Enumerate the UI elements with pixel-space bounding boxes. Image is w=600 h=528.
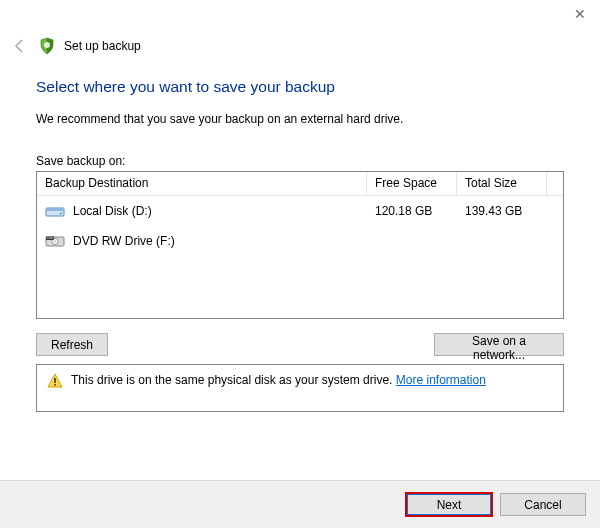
next-button[interactable]: Next [406, 493, 492, 516]
drive-name: Local Disk (D:) [73, 204, 152, 218]
backup-shield-icon [38, 37, 56, 55]
col-header-blank [547, 172, 563, 196]
save-on-label: Save backup on: [36, 154, 564, 168]
svg-point-0 [44, 42, 50, 48]
svg-text:DVD: DVD [47, 236, 54, 240]
window-title: Set up backup [64, 39, 141, 53]
recommendation-text: We recommend that you save your backup o… [36, 112, 564, 126]
table-row[interactable]: Local Disk (D:) 120.18 GB 139.43 GB [37, 196, 563, 226]
cancel-button[interactable]: Cancel [500, 493, 586, 516]
hdd-icon [45, 203, 65, 219]
back-arrow-icon[interactable] [10, 36, 30, 56]
table-row[interactable]: DVD DVD RW Drive (F:) [37, 226, 563, 256]
svg-rect-10 [54, 384, 56, 386]
drive-name: DVD RW Drive (F:) [73, 234, 175, 248]
backup-destination-table: Backup Destination Free Space Total Size… [36, 171, 564, 319]
page-heading: Select where you want to save your backu… [36, 78, 564, 96]
close-icon[interactable]: ✕ [574, 6, 586, 22]
refresh-button[interactable]: Refresh [36, 333, 108, 356]
drive-total-size: 139.43 GB [457, 204, 547, 218]
warning-icon [47, 373, 63, 389]
col-header-destination[interactable]: Backup Destination [37, 172, 367, 196]
svg-rect-9 [54, 378, 56, 383]
svg-rect-2 [46, 208, 64, 211]
warning-info-box: This drive is on the same physical disk … [36, 364, 564, 412]
dvd-drive-icon: DVD [45, 233, 65, 249]
drive-free-space: 120.18 GB [367, 204, 457, 218]
save-on-network-button[interactable]: Save on a network... [434, 333, 564, 356]
more-information-link[interactable]: More information [396, 373, 486, 387]
svg-point-3 [60, 213, 62, 215]
col-header-total-size[interactable]: Total Size [457, 172, 547, 196]
col-header-free-space[interactable]: Free Space [367, 172, 457, 196]
svg-point-6 [54, 241, 56, 243]
warning-text: This drive is on the same physical disk … [71, 373, 486, 387]
